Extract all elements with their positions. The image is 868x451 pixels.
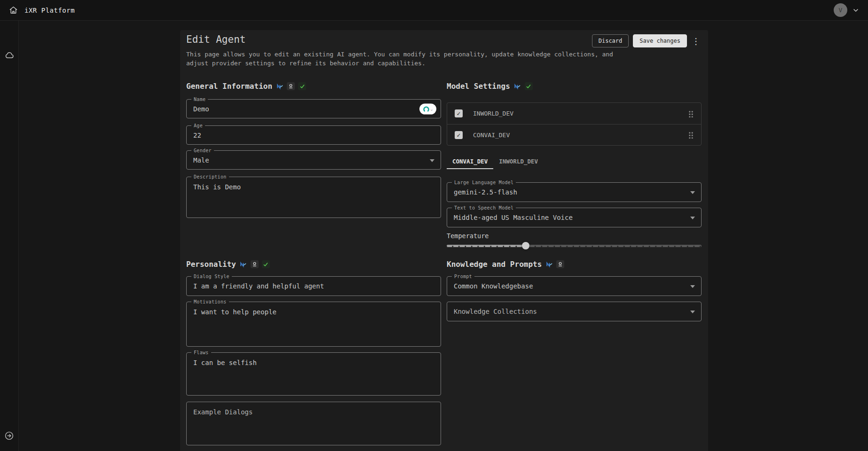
description-textarea[interactable]: This is Demo bbox=[187, 177, 441, 218]
general-information-heading: General Information bbox=[186, 82, 306, 91]
chevron-down-icon: ⌄ bbox=[430, 107, 433, 111]
provider-checkbox[interactable] bbox=[455, 109, 463, 117]
personality-heading: Personality bbox=[186, 260, 270, 269]
check-icon bbox=[262, 260, 270, 268]
description-field: Description This is Demo bbox=[186, 177, 441, 218]
expand-sidebar-icon[interactable] bbox=[4, 431, 14, 443]
tts-select-value: Middle-aged US Masculine Voice bbox=[454, 214, 573, 221]
provider-row-inworld: INWORLD_DEV bbox=[447, 103, 701, 124]
motivations-field: Motivations I want to help people bbox=[186, 302, 441, 347]
provider-name: CONVAI_DEV bbox=[473, 132, 510, 139]
chevron-down-icon bbox=[690, 191, 695, 194]
home-icon[interactable] bbox=[8, 5, 19, 16]
drag-handle-icon[interactable] bbox=[688, 131, 694, 139]
app-title: iXR Platform bbox=[24, 7, 75, 14]
edit-agent-panel: Edit Agent This page allows you to edit … bbox=[180, 30, 708, 451]
gender-select-label: Gender bbox=[191, 148, 214, 154]
example-dialogs-field bbox=[186, 402, 441, 445]
motivations-label: Motivations bbox=[191, 299, 229, 305]
knowledge-collections-value: Knowledge Collections bbox=[454, 308, 537, 315]
gender-select-value: Male bbox=[193, 156, 209, 164]
temperature-slider-ticks bbox=[447, 245, 702, 247]
age-field: Age bbox=[186, 125, 441, 145]
chevron-down-icon bbox=[690, 285, 695, 288]
dialog-style-label: Dialog Style bbox=[191, 273, 232, 280]
tts-select[interactable]: Text to Speech Model Middle-aged US Masc… bbox=[447, 208, 702, 227]
chevron-down-icon bbox=[690, 311, 695, 313]
name-field: Name ⌄ bbox=[186, 99, 441, 118]
inworld-icon bbox=[545, 260, 553, 268]
provider-name: INWORLD_DEV bbox=[473, 110, 513, 117]
chevron-down-icon bbox=[430, 159, 434, 162]
motivations-textarea[interactable]: I want to help people bbox=[187, 302, 441, 346]
knowledge-and-prompts-heading: Knowledge and Prompts bbox=[447, 260, 564, 269]
tab-convai-dev[interactable]: CONVAI_DEV bbox=[447, 155, 493, 169]
dialog-style-input[interactable] bbox=[187, 277, 441, 295]
llm-select-label: Large Language Model bbox=[452, 179, 516, 186]
provider-checkbox[interactable] bbox=[455, 131, 463, 139]
provider-list: INWORLD_DEV CONVAI_DEV bbox=[447, 102, 702, 146]
chevron-down-icon bbox=[690, 217, 695, 219]
name-field-label: Name bbox=[191, 96, 208, 102]
browser-extension-icon[interactable]: ⌄ bbox=[419, 103, 436, 114]
dialog-style-field: Dialog Style bbox=[186, 276, 441, 296]
right-column: Model Settings INWORLD_DEV CONVAI_DEV CO… bbox=[447, 30, 702, 451]
left-column: General Information Name ⌄ Age Gend bbox=[186, 30, 441, 451]
llm-select-value: gemini-2.5-flash bbox=[454, 188, 517, 196]
age-input[interactable] bbox=[187, 126, 441, 144]
model-settings-heading: Model Settings bbox=[447, 82, 533, 91]
check-icon bbox=[525, 82, 533, 90]
llm-select[interactable]: Large Language Model gemini-2.5-flash bbox=[447, 182, 702, 202]
convai-icon bbox=[556, 260, 564, 268]
prompt-select[interactable]: Prompt Common Knowledgebase bbox=[447, 276, 702, 296]
temperature-slider-thumb[interactable] bbox=[522, 242, 529, 249]
check-icon bbox=[298, 82, 306, 90]
provider-tabs: CONVAI_DEV INWORLD_DEV bbox=[447, 155, 544, 169]
cloud-icon[interactable] bbox=[5, 51, 14, 62]
convai-icon bbox=[251, 260, 259, 268]
example-dialogs-textarea[interactable] bbox=[187, 402, 441, 445]
personality-title: Personality bbox=[186, 260, 236, 269]
inworld-icon bbox=[239, 260, 247, 268]
description-field-label: Description bbox=[191, 174, 229, 180]
convai-icon bbox=[287, 82, 295, 90]
age-field-label: Age bbox=[191, 123, 205, 129]
flaws-field: Flaws I can be selfish bbox=[186, 352, 441, 396]
knowledge-collections-select[interactable]: Knowledge Collections bbox=[447, 302, 702, 321]
general-information-title: General Information bbox=[186, 82, 272, 91]
temperature-label: Temperature bbox=[447, 232, 489, 240]
avatar[interactable]: V bbox=[834, 3, 847, 17]
drag-handle-icon[interactable] bbox=[688, 110, 694, 117]
gender-select[interactable]: Gender Male bbox=[186, 150, 441, 170]
chevron-down-icon[interactable] bbox=[852, 7, 860, 14]
tab-inworld-dev[interactable]: INWORLD_DEV bbox=[493, 155, 544, 169]
sidebar bbox=[0, 21, 19, 451]
flaws-textarea[interactable]: I can be selfish bbox=[187, 353, 441, 395]
tts-select-label: Text to Speech Model bbox=[452, 205, 516, 211]
topbar: iXR Platform V bbox=[0, 0, 868, 21]
temperature-slider[interactable] bbox=[447, 241, 702, 250]
inworld-icon bbox=[276, 82, 284, 90]
name-input[interactable] bbox=[187, 100, 441, 118]
prompt-select-label: Prompt bbox=[452, 273, 474, 280]
flaws-label: Flaws bbox=[191, 350, 211, 356]
knowledge-and-prompts-title: Knowledge and Prompts bbox=[447, 260, 542, 269]
inworld-icon bbox=[513, 82, 521, 90]
provider-row-convai: CONVAI_DEV bbox=[447, 124, 701, 145]
model-settings-title: Model Settings bbox=[447, 82, 510, 91]
prompt-select-value: Common Knowledgebase bbox=[454, 282, 533, 290]
